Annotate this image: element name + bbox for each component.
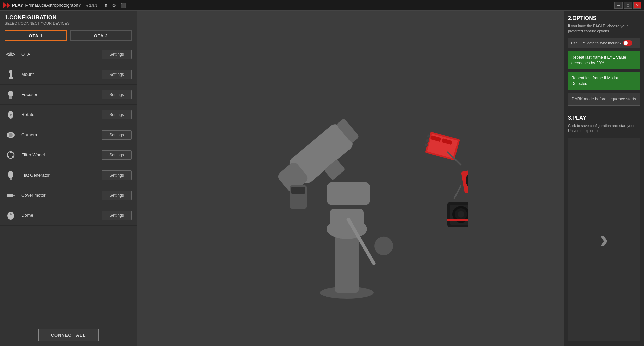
focuser-device-icon [7, 90, 14, 99]
svg-rect-25 [330, 209, 364, 232]
svg-rect-18 [7, 194, 13, 197]
filter-icon[interactable]: ⚙ [112, 3, 116, 8]
camera-settings-button[interactable]: Settings [102, 130, 132, 140]
cursor-icon[interactable]: ⬆ [104, 3, 108, 8]
device-row-focuser: Focuser Settings [0, 85, 137, 105]
svg-point-14 [12, 156, 14, 158]
dome-device-icon [6, 211, 15, 220]
connect-all-button[interactable]: CONNECT ALL [38, 329, 99, 341]
filterwheel-device-icon [6, 151, 15, 159]
svg-rect-19 [13, 195, 15, 196]
svg-point-21 [10, 213, 12, 215]
svg-point-3 [9, 70, 12, 73]
device-row-ota: OTA Settings [0, 44, 137, 64]
minimize-button[interactable]: ─ [614, 2, 623, 9]
rotator-icon [5, 110, 17, 119]
svg-point-11 [9, 133, 13, 137]
mount-device-icon [7, 70, 15, 79]
play-button[interactable]: › [568, 138, 640, 341]
svg-rect-7 [9, 96, 12, 99]
svg-point-13 [10, 151, 12, 153]
svg-rect-17 [10, 178, 12, 180]
titlebar-icons: ⬆ ⚙ ⬛ [104, 3, 126, 8]
dome-settings-button[interactable]: Settings [102, 211, 132, 220]
options-title: 2.OPTIONS [568, 15, 640, 21]
dome-icon [5, 211, 17, 220]
filterwheel-settings-button[interactable]: Settings [102, 150, 132, 160]
center-panel [137, 11, 564, 346]
svg-point-15 [7, 156, 9, 158]
option2-button[interactable]: Repeat last frame if Motion is Detected [568, 72, 640, 90]
flatgen-device-name: Flat Generator [17, 172, 102, 178]
device-row-rotator: Rotator Settings [0, 105, 137, 125]
telescope-svg [233, 58, 468, 299]
camera-device-icon [6, 131, 15, 139]
covermotor-icon [5, 192, 17, 199]
mount-icon [5, 70, 17, 79]
covermotor-device-name: Cover motor [17, 193, 102, 198]
gps-toggle[interactable] [623, 40, 632, 46]
device-row-flatgen: Flat Generator Settings [0, 165, 137, 185]
svg-line-53 [454, 185, 461, 199]
device-list: OTA Settings Mount Settings [0, 44, 137, 324]
gps-option-label: Use GPS data to sync mount - [571, 41, 621, 45]
svg-rect-5 [9, 77, 13, 79]
device-row-mount: Mount Settings [0, 64, 137, 85]
rotator-device-icon [7, 110, 14, 119]
svg-rect-51 [447, 219, 468, 221]
play-chevron-icon: › [599, 226, 608, 253]
left-panel: 1.CONFIGURATION SELECT/CONNECT YOUR DEVI… [0, 11, 137, 346]
focuser-settings-button[interactable]: Settings [102, 90, 132, 99]
device-row-dome: Dome Settings [0, 205, 137, 226]
maximize-button[interactable]: □ [624, 2, 632, 9]
svg-rect-55 [291, 187, 305, 194]
svg-rect-29 [327, 182, 370, 205]
svg-point-16 [8, 171, 13, 178]
svg-point-2 [9, 53, 12, 56]
options-desc: If you have the EAGLE, choose your prefe… [568, 23, 640, 34]
configuration-title: 1.CONFIGURATION [5, 15, 132, 21]
ota2-button[interactable]: OTA 2 [70, 30, 132, 41]
gps-option[interactable]: Use GPS data to sync mount - [568, 38, 640, 48]
flatgen-settings-button[interactable]: Settings [102, 170, 132, 180]
flatgen-icon [5, 170, 17, 180]
save-icon[interactable]: ⬛ [120, 3, 126, 8]
left-panel-header: 1.CONFIGURATION SELECT/CONNECT YOUR DEVI… [0, 11, 137, 27]
configuration-subtitle: SELECT/CONNECT YOUR DEVICES [5, 21, 132, 26]
svg-point-6 [8, 91, 13, 97]
ota-settings-button[interactable]: Settings [102, 50, 132, 59]
option1-button[interactable]: Repeat last frame if EYE value decreases… [568, 51, 640, 69]
device-row-filterwheel: Filter Wheel Settings [0, 145, 137, 165]
ota1-button[interactable]: OTA 1 [5, 30, 67, 41]
svg-marker-0 [3, 2, 7, 8]
telescope-visualization [233, 58, 468, 299]
right-panel: 2.OPTIONS If you have the EAGLE, choose … [564, 11, 644, 346]
ota-buttons: OTA 1 OTA 2 [0, 27, 137, 44]
svg-marker-1 [7, 2, 10, 8]
mount-settings-button[interactable]: Settings [102, 70, 132, 79]
app-version: v 1.9.3 [86, 3, 97, 7]
svg-point-9 [10, 114, 12, 116]
covermotor-device-icon [6, 192, 15, 199]
svg-rect-23 [335, 232, 359, 293]
ota-icon [5, 51, 17, 58]
connect-all-area: CONNECT ALL [0, 324, 137, 346]
camera-device-name: Camera [17, 132, 102, 137]
filterwheel-icon [5, 151, 17, 159]
app-logo: PLAY PrimaLuceAstrophotographY v 1.9.3 [3, 2, 97, 9]
focuser-icon [5, 90, 17, 99]
svg-point-20 [7, 212, 14, 220]
device-row-camera: Camera Settings [0, 125, 137, 145]
svg-point-27 [371, 233, 396, 258]
titlebar: PLAY PrimaLuceAstrophotographY v 1.9.3 ⬆… [0, 0, 644, 11]
dome-device-name: Dome [17, 213, 102, 218]
logo-icon [3, 2, 10, 9]
play-desc: Click to save configuration and start yo… [568, 123, 640, 134]
mount-device-name: Mount [17, 72, 102, 77]
close-button[interactable]: ✕ [633, 2, 641, 9]
rotator-settings-button[interactable]: Settings [102, 110, 132, 119]
covermotor-settings-button[interactable]: Settings [102, 191, 132, 200]
window-controls: ─ □ ✕ [614, 2, 641, 9]
svg-point-50 [458, 211, 464, 218]
option3-button[interactable]: DARK mode before sequence starts [568, 93, 640, 106]
